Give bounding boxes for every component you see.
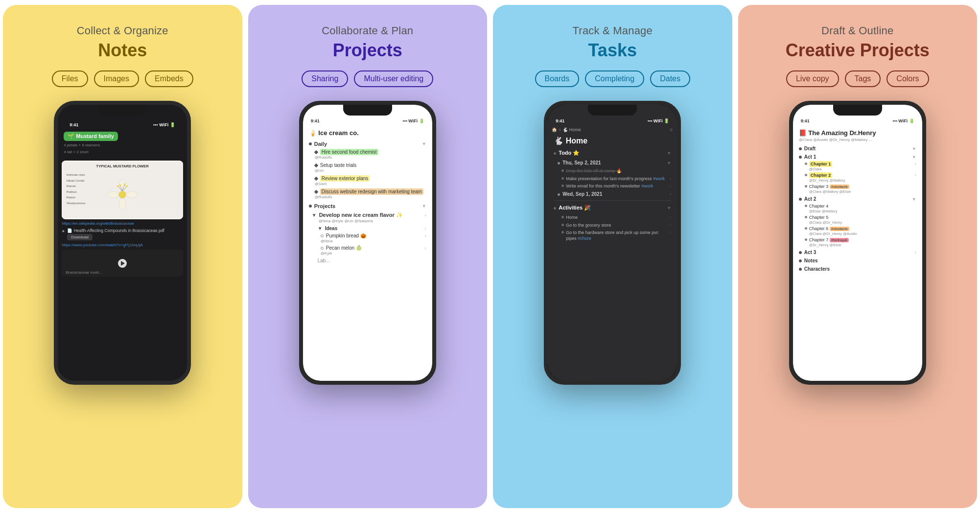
tasks-screen: 9:41 ▪▪▪ WiFi 🔋 🏠 › 🐇 Home ☆ 🐇 Home Todo…: [548, 105, 677, 381]
activities-section: Activities 🎉 ▼: [548, 203, 677, 214]
time-4: 9:41: [801, 118, 810, 123]
tag-embeds[interactable]: Embeds: [145, 70, 193, 87]
project-title: 🍦 Ice cream co.: [309, 129, 426, 137]
draft-section: Draft ▼: [793, 144, 922, 152]
chapter3-item: Chapter 3 #obstacle @Clara @Mallory @Els…: [793, 183, 922, 194]
tasks-nav: 🏠 › 🐇 Home ☆: [548, 125, 677, 134]
section-dot: [309, 142, 312, 145]
time-2: 9:41: [311, 118, 320, 123]
play-button[interactable]: [118, 259, 127, 268]
panel-tasks-title: Tasks: [588, 40, 637, 61]
chapter6-item: Chapter 6 #obstacle @Clara @Dr_Henry @Au…: [793, 225, 922, 236]
diamond-icon: [314, 163, 318, 167]
status-icons-3: ▪▪▪ WiFi 🔋: [648, 118, 670, 123]
panel-notes-subtitle: Collect & Organize: [77, 24, 168, 37]
outline-header: 📕 The Amazing Dr.Henry @Clara @Austin @D…: [793, 125, 922, 144]
status-icons-4: ▪▪▪ WiFi 🔋: [892, 118, 914, 123]
date-thu: Thu, Sep 2, 2021 ▼: [548, 159, 677, 166]
panel-projects-subtitle: Collaborate & Plan: [322, 24, 413, 37]
panel-outline-subtitle: Draft & Outline: [821, 24, 893, 37]
chapter5-item: Chapter 5 @Clara @Dr_Henry: [793, 214, 922, 225]
svg-point-4: [119, 199, 126, 210]
status-icons: ▪▪▪ WiFi 🔋: [153, 122, 176, 127]
proj-item-3: Review exterior plans @Sam: [303, 174, 432, 187]
phone-tasks: 9:41 ▪▪▪ WiFi 🔋 🏠 › 🐇 Home ☆ 🐇 Home Todo…: [544, 101, 681, 385]
tag-tags[interactable]: Tags: [845, 70, 881, 87]
phone-notch-2: [343, 105, 392, 116]
svg-point-6: [126, 191, 138, 198]
status-icons-2: ▪▪▪ WiFi 🔋: [402, 118, 424, 123]
task-hardware: Go to the hardware store and pick up som…: [548, 229, 677, 242]
task-grocery: Go to the grocery store ›: [548, 222, 677, 230]
download-button[interactable]: Download: [67, 234, 93, 240]
tag-boards[interactable]: Boards: [535, 70, 580, 87]
svg-point-14: [126, 186, 128, 187]
act3-section: Act 3 ›: [793, 248, 922, 256]
activities-label: Activities 🎉: [559, 205, 591, 211]
panel-tasks: Track & Manage Tasks Boards Completing D…: [493, 5, 732, 508]
tag-files[interactable]: Files: [52, 70, 88, 87]
daily-section: Daily ▼: [303, 139, 432, 148]
video-thumbnail[interactable]: Brassicaceae must...: [62, 250, 183, 277]
pdf-item: ● 📄 Health-Affecting Compounds in Brassi…: [62, 228, 183, 240]
proj-item-1: Hire second food chemist @Rodolfo: [303, 148, 432, 161]
play-icon: [121, 261, 125, 266]
lab-item: Lab...: [303, 256, 432, 264]
panel-outline-title: Creative Projects: [786, 40, 930, 61]
panel-projects: Collaborate & Plan Projects Sharing Mult…: [248, 5, 488, 508]
svg-text:Valiate Corolla: Valiate Corolla: [67, 179, 85, 182]
time-display: 9:41: [70, 122, 78, 127]
notes-section: Notes: [793, 256, 922, 264]
panel-outline: Draft & Outline Creative Projects Live c…: [738, 5, 978, 508]
panel-notes: Collect & Organize Notes Files Images Em…: [3, 5, 242, 508]
tag-multiuser[interactable]: Multi-user editing: [354, 70, 433, 87]
pumpkin-item: Pumpkin bread 🎃 › @Nina: [303, 232, 432, 244]
tag-colors[interactable]: Colors: [887, 70, 929, 87]
ideas-section: ▼ Ideas ›: [303, 224, 432, 232]
tag-images[interactable]: Images: [94, 70, 139, 87]
section-dot-2: [309, 205, 312, 208]
phone-outline: 9:41 ▪▪▪ WiFi 🔋 📕 The Amazing Dr.Henry @…: [789, 101, 926, 385]
svg-point-11: [119, 185, 121, 187]
svg-text:Imbricate calyx: Imbricate calyx: [67, 174, 85, 177]
phone-notes: 9:41 ▪▪▪ WiFi 🔋 🌱 Mustard family 4 petal…: [54, 101, 191, 385]
chapter7-item: Chapter 7 #betrayal @Dr_Henry @Elsie: [793, 236, 922, 248]
divider: [554, 200, 671, 201]
wiki-link[interactable]: https://en.wikipedia.org/wiki/Brassicace…: [62, 221, 183, 226]
date-wed: Wed, Sep 1, 2021 ›: [548, 190, 677, 198]
tag-completing[interactable]: Completing: [585, 70, 644, 87]
tag-sharing[interactable]: Sharing: [302, 70, 348, 87]
notes-tags-row: Files Images Embeds: [52, 70, 193, 87]
panel-tasks-subtitle: Track & Manage: [573, 24, 653, 37]
phone-notch-3: [588, 105, 637, 116]
diamond-icon: [314, 150, 318, 154]
tag-livecopy[interactable]: Live copy: [786, 70, 839, 87]
circle-icon: [321, 234, 324, 237]
svg-text:TYPICAL MUSTARD FLOWER: TYPICAL MUSTARD FLOWER: [96, 164, 149, 169]
panel-notes-title: Notes: [98, 40, 147, 61]
tag-dates[interactable]: Dates: [650, 70, 690, 87]
notes-title-area: 🌱 Mustard family 4 petals + 6 stamens 4 …: [62, 129, 183, 159]
daily-label: Daily: [314, 141, 327, 147]
task-home: Home ›: [548, 214, 677, 222]
outline-tags-row: Live copy Tags Colors: [786, 70, 929, 87]
svg-text:Stamen: Stamen: [67, 185, 76, 188]
diamond-icon: [314, 189, 318, 193]
circle-icon-2: [321, 247, 324, 250]
notes-screen: 9:41 ▪▪▪ WiFi 🔋 🌱 Mustard family 4 petal…: [58, 105, 187, 381]
svg-text:Tetradynamous: Tetradynamous: [67, 202, 86, 205]
book-title: 📕 The Amazing Dr.Henry: [799, 129, 916, 137]
note-meta-2: 4 tall + 2 short: [64, 149, 181, 155]
youtube-link[interactable]: https://www.youtube.com/watch?v=gf7jJJxq…: [62, 243, 183, 247]
diamond-icon: [314, 176, 318, 180]
note-title: 🌱 Mustard family: [64, 132, 118, 141]
projects-tags-row: Sharing Multi-user editing: [302, 70, 433, 87]
svg-text:Pistillum: Pistillum: [67, 190, 77, 193]
task-kids: Drop the kids off at camp 🔥: [548, 167, 677, 175]
pdf-text: 📄 Health-Affecting Compounds in Brassica…: [67, 228, 164, 233]
act2-section: Act 2 ▼: [793, 194, 922, 203]
section-dot: [554, 152, 556, 155]
act1-section: Act 1 ▼: [793, 152, 922, 161]
ice-cream-title: Develop new ice cream flavor ✨: [319, 212, 403, 218]
book-meta: @Clara @Austin @Dr_Henry @Mallory ...: [799, 138, 916, 142]
